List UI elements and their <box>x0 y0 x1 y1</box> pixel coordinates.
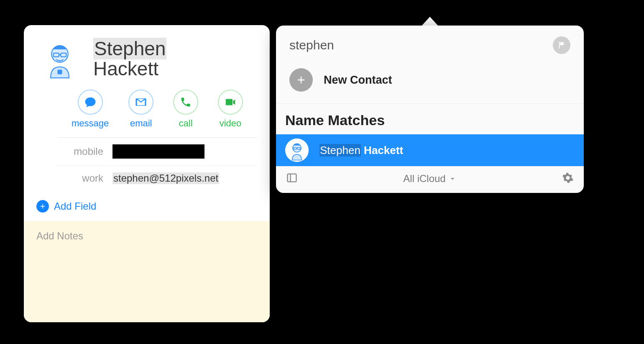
search-row <box>276 26 584 62</box>
avatar-illustration-icon <box>37 36 83 82</box>
field-mobile[interactable]: mobile <box>57 138 257 166</box>
email-label: email <box>130 118 152 129</box>
new-contact-label: New Contact <box>324 74 392 87</box>
notes-area[interactable]: Add Notes <box>24 221 270 322</box>
add-field-button[interactable]: Add Field <box>24 191 270 221</box>
result-name: Stephen Hackett <box>319 144 403 157</box>
settings-button[interactable] <box>562 172 574 185</box>
last-name[interactable]: Hackett <box>93 58 158 80</box>
new-contact-button[interactable]: New Contact <box>276 62 584 103</box>
result-first-name: Stephen <box>319 144 361 157</box>
avatar-illustration-icon <box>285 139 309 162</box>
contact-name[interactable]: Stephen Hackett <box>93 39 166 79</box>
field-value[interactable]: stephen@512pixels.net <box>112 172 219 184</box>
contact-avatar[interactable] <box>36 35 83 82</box>
call-button[interactable]: call <box>173 90 198 129</box>
message-button[interactable]: message <box>72 90 109 129</box>
call-label: call <box>179 118 193 129</box>
email-icon <box>128 90 153 115</box>
contact-fields: mobile work stephen@512pixels.net <box>24 138 270 191</box>
popover-body: New Contact Name Matches Stephen Hackett <box>276 26 584 193</box>
search-result[interactable]: Stephen Hackett <box>276 134 584 166</box>
add-field-label: Add Field <box>54 200 96 212</box>
contact-card: Stephen Hackett message email call <box>24 25 270 322</box>
notes-placeholder: Add Notes <box>36 230 83 241</box>
sidebar-toggle-button[interactable] <box>286 172 298 185</box>
chevron-down-icon <box>448 175 457 183</box>
field-label: mobile <box>57 146 103 157</box>
flag-icon <box>557 41 566 50</box>
gear-icon <box>562 172 574 184</box>
group-label: All iCloud <box>403 173 445 185</box>
field-label: work <box>57 172 103 184</box>
popover-footer: All iCloud <box>276 166 584 193</box>
result-avatar <box>285 139 309 162</box>
svg-rect-10 <box>288 174 296 182</box>
message-label: message <box>72 118 109 129</box>
plus-icon <box>289 68 313 92</box>
phone-icon <box>173 90 198 115</box>
video-button[interactable]: video <box>218 90 243 129</box>
selection-pointer-icon <box>276 144 277 156</box>
sidebar-icon <box>286 172 298 184</box>
flag-button[interactable] <box>553 36 570 54</box>
video-label: video <box>220 118 242 129</box>
svg-rect-5 <box>58 69 62 74</box>
email-button[interactable]: email <box>128 90 153 129</box>
result-last-name: Hackett <box>364 144 403 157</box>
contact-actions: message email call video <box>57 84 257 138</box>
video-icon <box>218 90 243 115</box>
group-selector[interactable]: All iCloud <box>403 173 456 185</box>
field-work[interactable]: work stephen@512pixels.net <box>57 166 257 191</box>
mobile-redacted <box>112 144 204 159</box>
section-title: Name Matches <box>276 103 584 134</box>
plus-icon <box>36 200 49 213</box>
search-input[interactable] <box>289 38 514 52</box>
contact-header: Stephen Hackett <box>24 25 270 84</box>
message-icon <box>78 90 103 115</box>
first-name[interactable]: Stephen <box>93 38 166 59</box>
popover-pointer-icon <box>422 17 438 26</box>
